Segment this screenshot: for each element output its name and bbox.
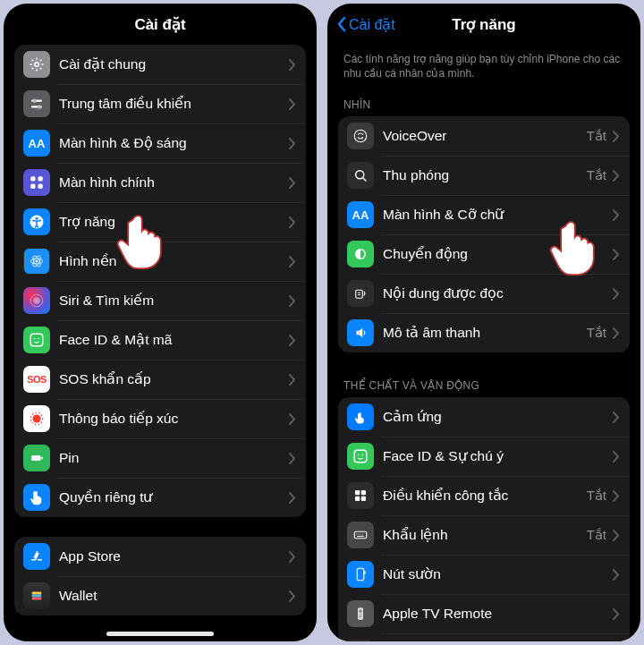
row-label: Pin (59, 450, 288, 466)
svg-point-16 (33, 297, 40, 304)
settings-row[interactable]: Nội dung được đọc (338, 274, 630, 313)
svg-point-34 (362, 454, 364, 456)
settings-row[interactable]: Thông báo tiếp xúc (14, 399, 306, 438)
svg-point-11 (36, 260, 38, 263)
settings-row[interactable]: SOS SOS khẩn cấp (14, 360, 306, 399)
svg-rect-40 (357, 569, 364, 581)
svg-rect-44 (360, 615, 362, 615)
row-label: Nút sườn (383, 566, 612, 582)
settings-row[interactable]: Khẩu lệnh Tắt (338, 515, 630, 555)
faceid-icon (347, 443, 374, 470)
svg-point-20 (33, 415, 41, 423)
zoom-icon (347, 162, 374, 189)
settings-row[interactable]: Nút sườn (338, 555, 630, 594)
row-status: Tắt (587, 527, 606, 543)
svg-point-28 (356, 171, 364, 179)
accessibility-list: Các tính năng trợ năng giúp bạn tùy chỉn… (327, 45, 640, 641)
svg-rect-39 (354, 532, 367, 539)
settings-row[interactable]: AA Màn hình & Cỡ chữ (338, 195, 630, 234)
back-button[interactable]: Cài đặt (336, 16, 395, 33)
settings-row[interactable]: AA Màn hình & Độ sáng (14, 123, 306, 163)
row-label: VoiceOver (383, 128, 587, 144)
sliders-icon (23, 90, 50, 117)
settings-group-1: Cài đặt chung Trung tâm điều khiển AA Mà… (14, 45, 306, 517)
settings-row[interactable]: Trợ năng (14, 202, 306, 242)
svg-rect-24 (32, 592, 42, 595)
settings-row[interactable]: Chuyển động (338, 234, 630, 274)
chevron-left-icon (336, 16, 347, 32)
row-label: Trợ năng (59, 214, 288, 230)
faceid-icon (23, 327, 50, 353)
settings-row[interactable]: Mô tả âm thanh Tắt (338, 313, 630, 352)
appstore-icon (23, 543, 50, 570)
svg-rect-8 (38, 184, 43, 189)
svg-rect-38 (361, 496, 366, 501)
settings-row[interactable]: Wallet (14, 576, 306, 615)
settings-row[interactable]: Trung tâm điều khiển (14, 84, 306, 123)
settings-row[interactable]: Face ID & Mật mã (14, 320, 306, 360)
settings-row[interactable]: Điều khiển con trỏ (338, 633, 630, 641)
row-label: Nội dung được đọc (383, 285, 612, 301)
svg-point-3 (33, 98, 38, 103)
touch-icon (347, 403, 374, 430)
settings-row[interactable]: Thu phóng Tắt (338, 156, 630, 195)
row-label: Khẩu lệnh (383, 527, 587, 543)
svg-point-4 (38, 105, 42, 109)
settings-row[interactable]: Face ID & Sự chú ý (338, 437, 630, 476)
row-label: Điều khiển công tắc (383, 488, 587, 504)
svg-point-27 (354, 131, 367, 143)
svg-point-43 (359, 610, 362, 614)
section-label-vision: NHÌN (338, 91, 630, 116)
svg-point-19 (38, 338, 40, 340)
switch-icon (347, 482, 374, 509)
gear-icon (23, 51, 50, 78)
phone-settings: Cài đặt Cài đặt chung Trung tâm điều khi… (4, 4, 317, 641)
row-label: Màn hình & Độ sáng (59, 135, 288, 151)
settings-row[interactable]: Quyền riêng tư (14, 478, 306, 517)
page-title: Cài đặt (134, 15, 185, 34)
sidebtn-icon (347, 561, 374, 588)
svg-rect-45 (360, 616, 362, 617)
row-status: Tắt (587, 167, 606, 183)
settings-row[interactable]: VoiceOver Tắt (338, 116, 630, 156)
settings-row[interactable]: Điều khiển công tắc Tắt (338, 476, 630, 515)
header: Cài đặt (4, 4, 317, 45)
settings-row[interactable]: Pin (14, 438, 306, 478)
settings-row[interactable]: Cài đặt chung (14, 45, 306, 84)
settings-row[interactable]: Cảm ứng (338, 397, 630, 437)
battery-icon (23, 445, 50, 471)
row-status: Tắt (587, 488, 606, 504)
grid-icon (23, 169, 50, 196)
svg-rect-7 (30, 184, 35, 189)
aa-icon: AA (347, 201, 374, 228)
motion-icon (347, 241, 374, 267)
settings-row[interactable]: Màn hình chính (14, 163, 306, 202)
row-label: Face ID & Sự chú ý (383, 448, 612, 464)
row-label: Face ID & Mật mã (59, 332, 288, 348)
physical-group: Cảm ứng Face ID & Sự chú ý Điều khiển cô… (338, 397, 630, 641)
row-label: Cảm ứng (383, 409, 612, 425)
svg-rect-41 (364, 572, 366, 575)
svg-rect-37 (355, 496, 360, 501)
back-label: Cài đặt (349, 16, 395, 33)
settings-row[interactable]: Apple TV Remote (338, 594, 630, 633)
row-label: Thông báo tiếp xúc (59, 411, 288, 427)
row-label: Chuyển động (383, 246, 612, 262)
voiceover-icon (347, 123, 374, 149)
page-description: Các tính năng trợ năng giúp bạn tùy chỉn… (338, 45, 630, 91)
atom-icon (23, 248, 50, 275)
svg-rect-30 (356, 291, 363, 299)
settings-row[interactable]: App Store (14, 537, 306, 576)
row-label: App Store (59, 548, 288, 564)
row-label: Wallet (59, 588, 288, 604)
row-label: Màn hình & Cỡ chữ (383, 207, 612, 223)
settings-list: Cài đặt chung Trung tâm điều khiển AA Mà… (4, 45, 317, 641)
row-label: Mô tả âm thanh (383, 325, 587, 341)
svg-rect-6 (38, 176, 43, 181)
settings-row[interactable]: Hình nền (14, 242, 306, 281)
header: Cài đặt Trợ năng (327, 4, 640, 45)
home-indicator[interactable] (106, 632, 214, 636)
pointer-icon (347, 640, 374, 641)
settings-row[interactable]: Siri & Tìm kiếm (14, 281, 306, 320)
svg-rect-22 (31, 455, 41, 461)
